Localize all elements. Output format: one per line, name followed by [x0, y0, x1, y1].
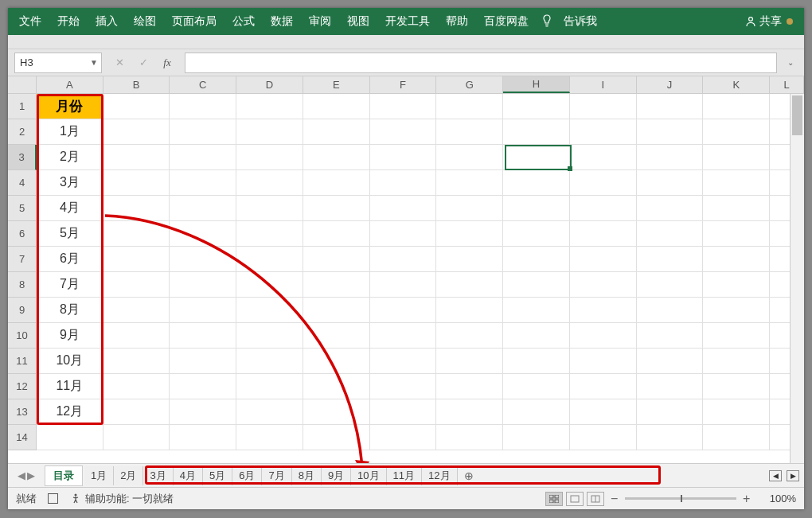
- row-header[interactable]: 9: [8, 298, 37, 323]
- cell[interactable]: 2月: [37, 145, 103, 170]
- cell[interactable]: [703, 323, 770, 349]
- cell[interactable]: [570, 272, 637, 298]
- view-pagelayout-button[interactable]: [566, 492, 584, 506]
- cell[interactable]: 1月: [37, 119, 103, 145]
- cell[interactable]: 7月: [37, 272, 103, 298]
- sheet-tab-active[interactable]: 目录: [45, 465, 83, 486]
- cell[interactable]: [436, 247, 503, 272]
- ribbon-tab-help[interactable]: 帮助: [438, 8, 476, 35]
- cell[interactable]: [303, 94, 370, 119]
- cell[interactable]: [236, 399, 303, 425]
- cell[interactable]: [436, 94, 503, 119]
- cell[interactable]: [370, 349, 437, 374]
- cell[interactable]: [570, 196, 637, 221]
- cell[interactable]: [637, 349, 704, 374]
- cell[interactable]: [303, 323, 370, 349]
- cell[interactable]: [703, 145, 770, 170]
- col-header-K[interactable]: K: [703, 76, 770, 93]
- cell[interactable]: 11月: [37, 374, 103, 399]
- cell[interactable]: [436, 221, 503, 247]
- cell[interactable]: [103, 145, 170, 170]
- cell[interactable]: [103, 374, 170, 399]
- row-header[interactable]: 7: [8, 247, 37, 272]
- cell[interactable]: [103, 170, 170, 196]
- sheet-nav-prev-icon[interactable]: ◀: [18, 469, 25, 481]
- cell[interactable]: [370, 170, 437, 196]
- cell[interactable]: [570, 145, 637, 170]
- cell[interactable]: [503, 145, 570, 170]
- chevron-down-icon[interactable]: ▼: [90, 58, 98, 67]
- cell[interactable]: [436, 298, 503, 323]
- cell[interactable]: [637, 170, 704, 196]
- cell[interactable]: [236, 170, 303, 196]
- cell[interactable]: [303, 298, 370, 323]
- fx-button[interactable]: fx: [156, 53, 178, 72]
- cell[interactable]: [436, 323, 503, 349]
- cell[interactable]: [637, 221, 704, 247]
- row-header[interactable]: 8: [8, 272, 37, 298]
- ribbon-tab-devtools[interactable]: 开发工具: [377, 8, 438, 35]
- cell[interactable]: [370, 196, 437, 221]
- cell[interactable]: 4月: [37, 196, 103, 221]
- cell[interactable]: [436, 374, 503, 399]
- cell[interactable]: [503, 374, 570, 399]
- cell[interactable]: [570, 349, 637, 374]
- cell[interactable]: [637, 374, 704, 399]
- zoom-slider[interactable]: [625, 497, 736, 500]
- hscroll-right-icon[interactable]: ▶: [787, 470, 799, 481]
- col-header-E[interactable]: E: [303, 76, 370, 93]
- cell[interactable]: [703, 196, 770, 221]
- cell[interactable]: [570, 298, 637, 323]
- cell[interactable]: [170, 425, 236, 450]
- cell[interactable]: [303, 170, 370, 196]
- name-box[interactable]: H3 ▼: [14, 53, 102, 73]
- cell[interactable]: [170, 145, 236, 170]
- sheet-tab[interactable]: 7月: [262, 466, 291, 485]
- cell[interactable]: [103, 298, 170, 323]
- cell[interactable]: [103, 196, 170, 221]
- cell[interactable]: [703, 119, 770, 145]
- cell[interactable]: [503, 323, 570, 349]
- sheet-tab[interactable]: 2月: [114, 466, 143, 485]
- cell[interactable]: 3月: [37, 170, 103, 196]
- cell[interactable]: [236, 374, 303, 399]
- cell[interactable]: 12月: [37, 399, 103, 425]
- cell[interactable]: [103, 221, 170, 247]
- ribbon-tab-review[interactable]: 审阅: [301, 8, 339, 35]
- zoom-out-button[interactable]: −: [607, 492, 622, 506]
- cell[interactable]: [703, 272, 770, 298]
- cell[interactable]: [703, 170, 770, 196]
- cell[interactable]: [103, 425, 170, 450]
- cell[interactable]: 5月: [37, 221, 103, 247]
- cell[interactable]: 6月: [37, 247, 103, 272]
- cell[interactable]: [436, 145, 503, 170]
- cell[interactable]: [370, 374, 437, 399]
- hscroll-left-icon[interactable]: ◀: [769, 470, 782, 481]
- cell[interactable]: [370, 119, 437, 145]
- cell[interactable]: [103, 272, 170, 298]
- cell[interactable]: [703, 374, 770, 399]
- sheet-tab[interactable]: 4月: [174, 466, 203, 485]
- cell[interactable]: [637, 298, 704, 323]
- cell[interactable]: [303, 221, 370, 247]
- cell[interactable]: [503, 399, 570, 425]
- cell[interactable]: [236, 94, 303, 119]
- cell[interactable]: [370, 94, 437, 119]
- cell[interactable]: [236, 196, 303, 221]
- cell[interactable]: [503, 196, 570, 221]
- cell[interactable]: [703, 94, 770, 119]
- row-header[interactable]: 2: [8, 119, 37, 145]
- scrollbar-thumb[interactable]: [792, 95, 802, 135]
- col-header-L[interactable]: L: [770, 76, 804, 93]
- cell[interactable]: [370, 272, 437, 298]
- view-normal-button[interactable]: [545, 492, 563, 506]
- cell[interactable]: [503, 170, 570, 196]
- cell[interactable]: [303, 247, 370, 272]
- cell[interactable]: [637, 145, 704, 170]
- expand-formula-bar-icon[interactable]: ⌄: [783, 58, 798, 67]
- cell[interactable]: [637, 272, 704, 298]
- cell[interactable]: [37, 425, 103, 450]
- cell[interactable]: [170, 170, 236, 196]
- cell[interactable]: [303, 399, 370, 425]
- cancel-formula-button[interactable]: ✕: [108, 53, 131, 72]
